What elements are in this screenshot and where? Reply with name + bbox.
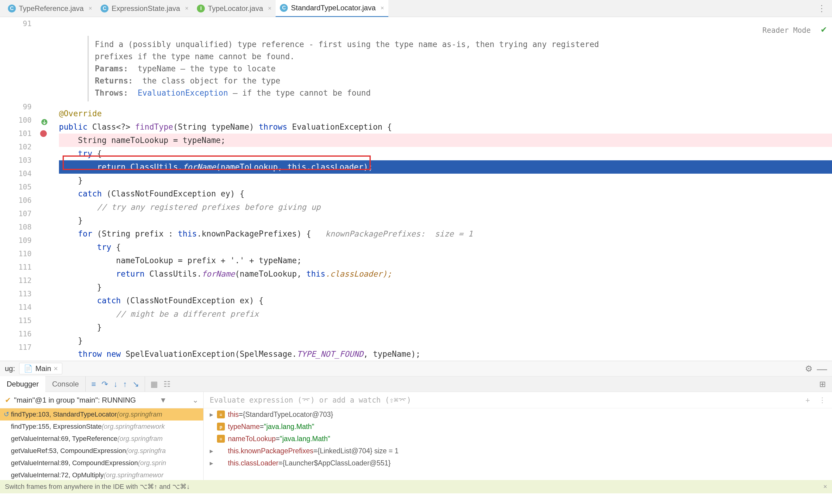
step-into-icon[interactable]: ↓ xyxy=(114,380,118,389)
layout-settings-icon[interactable]: ⊞ xyxy=(819,380,832,389)
dropdown-icon[interactable]: ⌄ xyxy=(190,396,199,404)
close-icon[interactable]: × xyxy=(381,5,384,11)
line-number: 116 xyxy=(0,327,32,341)
run-config-icon: 📄 xyxy=(24,364,33,373)
gutter: 91 99 100 101 102 103 104 105 106 107 10… xyxy=(0,17,41,361)
class-icon: C xyxy=(101,5,108,12)
evaluate-expression-input[interactable]: Evaluate expression (⌤) or add a watch (… xyxy=(204,392,832,408)
reader-mode-toggle[interactable]: Reader Mode xyxy=(762,24,811,37)
line-number: 102 xyxy=(0,140,32,153)
watch-icon: oo xyxy=(217,459,225,467)
code-line: catch (ClassNotFoundException ex) { xyxy=(59,294,832,307)
javadoc-throws-text: – if the type cannot be found xyxy=(228,88,371,97)
code-line-breakpoint: String nameToLookup = typeName; xyxy=(59,134,832,147)
variable-row[interactable]: ptypeName = "java.lang.Math" xyxy=(204,420,832,432)
code-line: } xyxy=(59,214,832,227)
parameter-icon: p xyxy=(217,423,225,430)
line-number: 99 xyxy=(0,100,32,114)
tab-type-locator[interactable]: I TypeLocator.java × xyxy=(193,0,276,17)
debug-session-label: Main xyxy=(35,364,51,373)
debug-tabs: Debugger Console ≡ ↷ ↓ ↑ ↘ ▦ ☷ ⊞ xyxy=(0,376,832,392)
close-icon[interactable]: × xyxy=(185,5,189,12)
code-line: try { xyxy=(59,147,832,160)
line-number: 108 xyxy=(0,220,32,234)
debug-tool-window: ug: 📄 Main × ⚙ — Debugger Console ≡ ↷ ↓ … xyxy=(0,361,832,493)
line-number: 109 xyxy=(0,234,32,247)
status-bar: Switch frames from anywhere in the IDE w… xyxy=(0,480,832,493)
tab-expression-state[interactable]: C ExpressionState.java × xyxy=(96,0,193,17)
line-number: 106 xyxy=(0,194,32,207)
expand-icon[interactable]: ▸ xyxy=(210,411,217,419)
stack-frame[interactable]: getValueInternal:89, CompoundExpression … xyxy=(0,457,203,469)
show-execution-point-icon[interactable]: ≡ xyxy=(91,380,96,389)
stack-frame[interactable]: getValueRef:53, CompoundExpression (org.… xyxy=(0,445,203,457)
calculator-icon[interactable]: ▦ xyxy=(150,380,158,389)
inspection-ok-icon[interactable]: ✔︎ xyxy=(821,23,827,36)
debug-session-tab[interactable]: 📄 Main × xyxy=(19,363,62,374)
variable-row[interactable]: ▸oothis.classLoader = {Launcher$AppClass… xyxy=(204,457,832,469)
code-line: } xyxy=(59,281,832,294)
kebab-menu-icon[interactable]: ⋮ xyxy=(817,3,832,13)
code-line-execution-point: return ClassUtils.forName(nameToLookup, … xyxy=(59,160,832,174)
run-to-cursor-icon[interactable]: ↘ xyxy=(132,380,139,389)
close-tip-icon[interactable]: × xyxy=(823,483,827,491)
editor: 91 99 100 101 102 103 104 105 106 107 10… xyxy=(0,17,832,361)
gear-icon[interactable]: ⚙ xyxy=(805,364,812,374)
line-number: 107 xyxy=(0,207,32,220)
check-icon: ✔ xyxy=(5,396,11,404)
thread-selector[interactable]: ✔ "main"@1 in group "main": RUNNING ▼ ⌄ xyxy=(0,392,203,408)
javadoc-description: Find a (possibly unqualified) type refer… xyxy=(95,38,634,62)
tab-standard-type-locator[interactable]: C StandardTypeLocator.java × xyxy=(276,0,388,17)
eval-placeholder: Evaluate expression (⌤) or add a watch (… xyxy=(210,396,411,404)
tab-label: StandardTypeLocator.java xyxy=(291,4,375,12)
variable-row[interactable]: ▸oothis.knownPackagePrefixes = {LinkedLi… xyxy=(204,445,832,457)
code-line: catch (ClassNotFoundException ey) { xyxy=(59,187,832,200)
line-number: 111 xyxy=(0,260,32,274)
class-icon: C xyxy=(280,4,288,12)
stack-frame[interactable]: findType:155, ExpressionState (org.sprin… xyxy=(0,420,203,432)
close-icon[interactable]: × xyxy=(53,364,58,373)
close-icon[interactable]: × xyxy=(88,5,92,12)
javadoc-params: typeName – the type to locate xyxy=(138,64,276,73)
code-area[interactable]: Reader Mode ✔︎ Find a (possibly unqualif… xyxy=(41,17,832,361)
line-number: 115 xyxy=(0,314,32,327)
line-number: 104 xyxy=(0,167,32,180)
close-icon[interactable]: × xyxy=(268,5,272,12)
tab-console[interactable]: Console xyxy=(45,376,85,392)
code-line: try { xyxy=(59,241,832,254)
expand-icon[interactable]: ▸ xyxy=(210,447,217,455)
filter-icon[interactable]: ▼ xyxy=(159,396,167,404)
thread-name: "main"@1 in group "main": RUNNING xyxy=(14,396,136,404)
line-number: 91 xyxy=(0,17,32,30)
stack-frame[interactable]: getValueInternal:69, TypeReference (org.… xyxy=(0,432,203,445)
line-number: 112 xyxy=(0,274,32,287)
line-number: 117 xyxy=(0,341,32,354)
javadoc-throws-link[interactable]: EvaluationException xyxy=(138,88,228,97)
field-icon: ≡ xyxy=(217,435,225,443)
debug-toolbar-top: ug: 📄 Main × ⚙ — xyxy=(0,361,832,376)
javadoc-block: Find a (possibly unqualified) type refer… xyxy=(87,36,641,102)
stack-frame[interactable]: ↺findType:103, StandardTypeLocator (org.… xyxy=(0,408,203,420)
restart-frame-icon[interactable]: ↺ xyxy=(4,411,9,418)
code-line: // try any registered prefixes before gi… xyxy=(59,200,832,214)
variable-row[interactable]: ▸≡this = {StandardTypeLocator@703} xyxy=(204,408,832,420)
code-line: } xyxy=(59,334,832,347)
line-number: 103 xyxy=(0,153,32,167)
class-icon: C xyxy=(8,5,16,12)
step-over-icon[interactable]: ↷ xyxy=(102,380,108,389)
code-line: for (String prefix : this.knownPackagePr… xyxy=(59,227,832,241)
expand-icon[interactable]: ▸ xyxy=(210,459,217,467)
step-out-icon[interactable]: ↑ xyxy=(123,380,127,389)
code-line: return ClassUtils.forName(nameToLookup, … xyxy=(59,267,832,281)
minimize-icon[interactable]: — xyxy=(817,363,827,375)
javadoc-returns-label: Returns: xyxy=(95,76,133,85)
tab-type-reference[interactable]: C TypeReference.java × xyxy=(4,0,96,17)
tab-debugger[interactable]: Debugger xyxy=(0,376,45,392)
stack-frame[interactable]: getValueInternal:72, OpMultiply (org.spr… xyxy=(0,469,203,480)
code-line: @Override xyxy=(59,107,832,120)
add-watch-icon[interactable]: + ⋮ xyxy=(806,396,826,404)
variables-panel: Evaluate expression (⌤) or add a watch (… xyxy=(204,392,832,480)
layout-icon[interactable]: ☷ xyxy=(163,380,171,389)
variable-row[interactable]: ≡nameToLookup = "java.lang.Math" xyxy=(204,432,832,445)
tab-label: ExpressionState.java xyxy=(111,4,180,13)
